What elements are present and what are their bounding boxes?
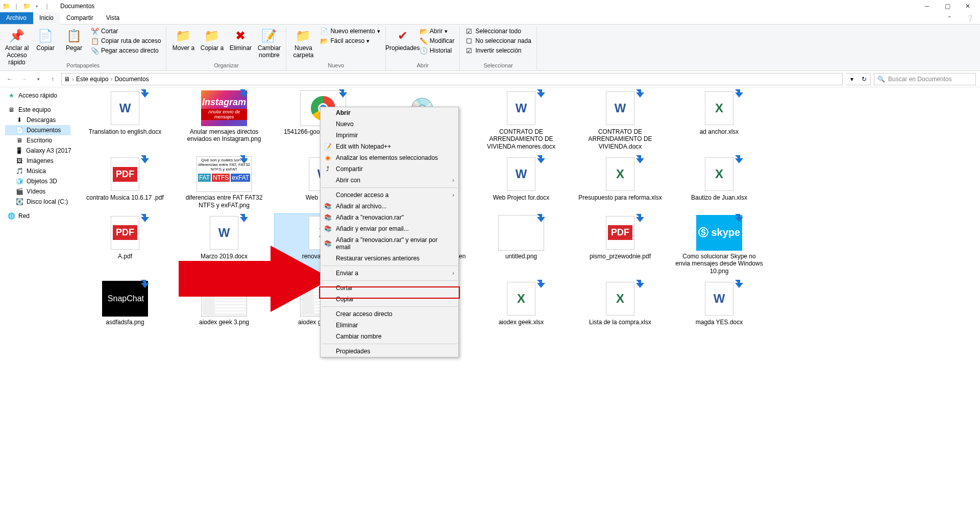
easy-access-button[interactable]: 📂Fácil acceso ▾ [318, 36, 382, 45]
ctx-properties[interactable]: Propiedades [321, 346, 458, 357]
paste-button[interactable]: 📋Pegar [60, 27, 88, 53]
ctx-cut[interactable]: Cortar [321, 282, 458, 294]
file-item[interactable]: Que son y cuales son las diferencias ent… [176, 155, 273, 210]
ribbon-collapse-icon[interactable]: ⌃ [939, 12, 960, 25]
file-item[interactable]: Ⓢ skypeComo solucionar Skype no envia me… [671, 214, 768, 276]
file-item[interactable]: PDFA.pdf [77, 214, 174, 276]
copy-button[interactable]: 📄Copiar [32, 27, 59, 53]
ctx-delete[interactable]: Eliminar [321, 320, 458, 331]
properties-button[interactable]: ✔Propiedades [389, 27, 416, 53]
file-thumbnail [498, 215, 544, 251]
nav-desktop[interactable]: 🖥Escritorio [5, 135, 70, 146]
help-icon[interactable]: ❔ [960, 12, 980, 25]
breadcrumb[interactable]: 🖥› Este equipo› Documentos [61, 73, 843, 85]
pc-icon: 🖥 [7, 106, 15, 114]
nav-3d[interactable]: 🧊Objetos 3D [5, 176, 70, 186]
nav-cdrive[interactable]: 💽Disco local (C:) [5, 197, 70, 207]
file-item[interactable]: PDFcontrato Musica 10.6.17 .pdf [77, 155, 174, 210]
file-item[interactable]: Xaiodex geek.xlsx [473, 280, 570, 327]
nav-network[interactable]: 🌐Red [5, 211, 70, 221]
tab-home[interactable]: Inicio [33, 12, 60, 25]
new-folder-button[interactable]: 📁Nueva carpeta [289, 27, 317, 60]
cut-button[interactable]: ✂️Cortar [89, 27, 163, 36]
copy-path-button[interactable]: 📋Copiar ruta de acceso [89, 36, 163, 45]
copy-to-button[interactable]: 📁Copiar a [198, 27, 226, 53]
edit-button[interactable]: ✏️Modificar [418, 36, 457, 45]
3d-icon: 🧊 [15, 177, 23, 185]
ctx-shortcut[interactable]: Crear acceso directo [321, 308, 458, 320]
delete-button[interactable]: ✖Eliminar [227, 27, 254, 53]
nav-pane[interactable]: ★Acceso rápido 🖥Este equipo ⬇Descargas 📄… [0, 87, 71, 531]
file-name: Marzo 2019.docx [201, 253, 248, 260]
move-to-button[interactable]: 📁Mover a [169, 27, 197, 53]
tab-view[interactable]: Vista [100, 12, 126, 24]
ctx-openwith[interactable]: Abrir con› [321, 175, 458, 186]
file-item[interactable]: WWeb Project for.docx [473, 155, 570, 210]
search-input[interactable]: 🔍 Buscar en Documentos [874, 73, 976, 85]
file-list[interactable]: WTranslation to english.docxInstagramAnu… [71, 87, 980, 531]
nav-pc[interactable]: 🖥Este equipo [5, 105, 70, 115]
file-item[interactable]: WMarzo 2019.docx [176, 214, 273, 276]
ctx-open[interactable]: Abrir [321, 107, 458, 118]
addr-dropdown[interactable]: ▾ [846, 74, 858, 85]
ctx-sendto[interactable]: Enviar a› [321, 268, 458, 279]
file-item[interactable]: XLista de la compra.xlsx [572, 280, 669, 327]
file-item[interactable]: SnapChatasdfadsfa.png [77, 280, 174, 327]
file-item[interactable]: WCONTRATO DE ARRENDAMIENTO DE VIVIENDA.d… [572, 89, 669, 151]
tab-file[interactable]: Archivo [0, 12, 33, 24]
breadcrumb-current[interactable]: Documentos [114, 76, 149, 83]
pin-quick-button[interactable]: 📌Anclar al Acceso rápido [3, 27, 31, 67]
breadcrumb-root[interactable]: Este equipo [76, 76, 108, 83]
ctx-share[interactable]: ⤴Compartir [321, 163, 458, 175]
rename-button[interactable]: 📝Cambiar nombre [255, 27, 283, 60]
nav-music[interactable]: 🎵Música [5, 166, 70, 176]
nav-downloads[interactable]: ⬇Descargas [5, 115, 70, 125]
scissors-icon: ✂️ [91, 27, 99, 35]
file-item[interactable]: XPresupuesto para reforma.xlsx [572, 155, 669, 210]
file-item[interactable]: untitled.png [473, 214, 570, 276]
history-button[interactable]: 🕓Historial [418, 46, 457, 55]
ctx-notepad[interactable]: 📝Edit with Notepad++ [321, 141, 458, 152]
select-none-button[interactable]: ☐No seleccionar nada [463, 36, 533, 45]
nav-documents[interactable]: 📄Documentos [5, 125, 70, 135]
ctx-addrar[interactable]: 📚Añadir a "renovacion.rar" [321, 212, 458, 223]
file-item[interactable]: XBautizo de Juan.xlsx [671, 155, 768, 210]
file-item[interactable]: aiodex geek 3.png [176, 280, 273, 327]
ctx-grant[interactable]: Conceder acceso a› [321, 189, 458, 201]
nav-videos[interactable]: 🎬Vídeos [5, 186, 70, 197]
file-item[interactable]: Wmagda YES.docx [671, 280, 768, 327]
ctx-email[interactable]: 📚Añadir y enviar por email... [321, 223, 458, 234]
back-button[interactable]: ← [4, 74, 15, 85]
nav-quick[interactable]: ★Acceso rápido [5, 90, 70, 101]
file-item[interactable]: PDFpismo_przewodnie.pdf [572, 214, 669, 276]
refresh-button[interactable]: ↻ [858, 74, 870, 85]
invert-button[interactable]: ☑Invertir selección [463, 46, 533, 55]
file-item[interactable]: WCONTRATO DE ARRENDAMIENTO DE VIVIENDA m… [473, 89, 570, 151]
file-item[interactable]: WTranslation to english.docx [77, 89, 174, 151]
file-item[interactable]: InstagramAnular envio de mensajesAnular … [176, 89, 273, 151]
open-button[interactable]: 📂Abrir ▾ [418, 27, 457, 36]
file-item[interactable]: Xad anchor.xlsx [671, 89, 768, 151]
select-all-button[interactable]: ☑Seleccionar todo [463, 27, 533, 36]
paste-shortcut-button[interactable]: 📎Pegar acceso directo [89, 46, 163, 55]
maximize-button[interactable]: ▢ [937, 0, 958, 12]
up-button[interactable]: ↑ [47, 74, 58, 85]
ctx-restore[interactable]: Restaurar versiones anteriores [321, 253, 458, 264]
ctx-print[interactable]: Imprimir [321, 130, 458, 141]
nav-galaxy[interactable]: 📱Galaxy A3 (2017) [5, 146, 70, 156]
recent-dropdown[interactable]: ▾ [33, 74, 44, 85]
new-item-button[interactable]: 📄Nuevo elemento ▾ [318, 27, 382, 36]
ctx-emailrar[interactable]: 📚Añadir a "renovacion.rar" y enviar por … [321, 234, 458, 253]
ctx-scan[interactable]: ◉Analizar los elementos seleccionados [321, 152, 458, 163]
nav-pictures[interactable]: 🖼Imágenes [5, 156, 70, 166]
qat-dropdown-icon[interactable]: ▾ [33, 2, 41, 10]
ctx-addarchive[interactable]: 📚Añadir al archivo... [321, 201, 458, 212]
tab-share[interactable]: Compartir [60, 12, 100, 24]
ctx-new[interactable]: Nuevo [321, 118, 458, 130]
minimize-button[interactable]: ─ [917, 0, 937, 12]
close-button[interactable]: ✕ [958, 0, 978, 12]
ctx-rename[interactable]: Cambiar nombre [321, 331, 458, 342]
forward-button[interactable]: → [18, 74, 30, 85]
onedrive-sync-icon [733, 278, 745, 290]
ctx-copy[interactable]: Copiar [321, 294, 458, 305]
